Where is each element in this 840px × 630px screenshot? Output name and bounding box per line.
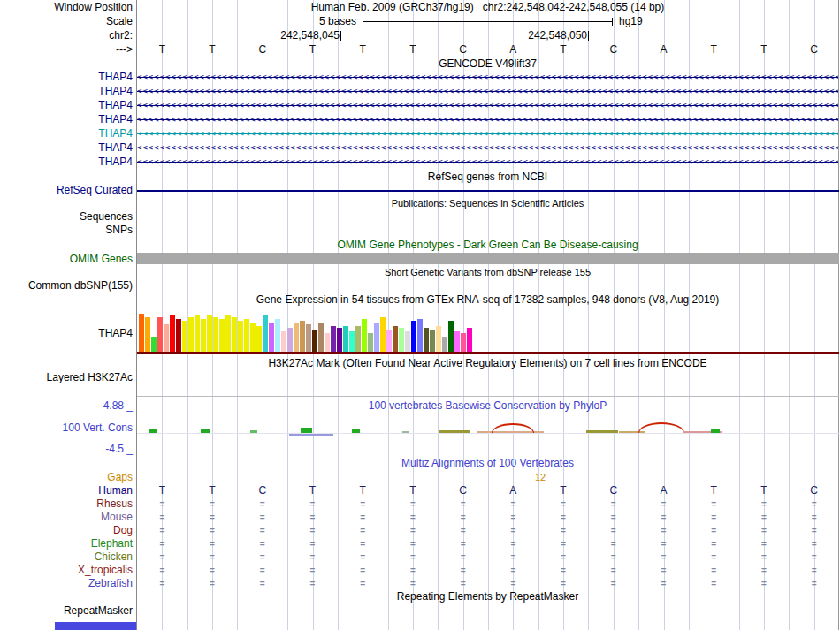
gtex-tissue-bar	[448, 321, 454, 353]
sequences-label: Sequences	[0, 210, 133, 223]
alignment-mark: =	[338, 511, 388, 524]
gene-label: THAP4	[0, 127, 133, 140]
gtex-tissue-bar	[380, 317, 386, 353]
alignment-mark: =	[538, 524, 589, 537]
scale-ruler	[363, 21, 613, 22]
gtex-tissue-bar	[250, 323, 256, 353]
conservation-track-label: 100 Vert. Cons	[0, 421, 133, 434]
snps-label: SNPs	[0, 224, 133, 236]
repeatmasker-title[interactable]: Repeating Elements by RepeatMasker	[137, 590, 838, 603]
gene-transcript-row[interactable]: <<<<<<<<<<<<<<<<<<<<<<<<<<<<<<<<<<<<<<<<…	[137, 70, 839, 84]
alignment-mark: =	[689, 550, 739, 564]
alignment-mark: =	[388, 497, 439, 511]
multiz-title[interactable]: Multiz Alignments of 100 Vertebrates	[137, 457, 838, 469]
gtex-bar-chart[interactable]	[139, 311, 473, 353]
species-label: X_tropicalis	[0, 564, 133, 576]
base-letter: T	[187, 43, 238, 57]
gtex-tissue-bar	[151, 337, 157, 353]
gencode-title[interactable]: GENCODE V49lift37	[137, 57, 838, 70]
alignment-mark: =	[638, 524, 689, 537]
conservation-title[interactable]: 100 vertebrates Basewise Conservation by…	[137, 399, 838, 412]
base-letter: T	[338, 43, 388, 57]
refseq-curated-track-line[interactable]	[137, 190, 839, 192]
alignment-mark: =	[438, 577, 488, 590]
refseq-title[interactable]: RefSeq genes from NCBI	[137, 171, 838, 183]
scale-ruler-right-tick	[612, 18, 613, 26]
alignment-mark: =	[488, 511, 538, 524]
h3k27ac-title[interactable]: H3K27Ac Mark (Often Found Near Active Re…	[137, 357, 838, 369]
gtex-tissue-bar	[442, 337, 447, 353]
alignment-mark: =	[739, 497, 790, 511]
alignment-mark: =	[638, 564, 689, 577]
gene-transcript-row[interactable]: <<<<<<<<<<<<<<<<<<<<<<<<<<<<<<<<<<<<<<<<…	[137, 126, 839, 140]
human-base-letter: A	[488, 484, 538, 497]
alignment-mark: =	[739, 511, 790, 524]
alignment-mark: =	[438, 550, 488, 564]
alignment-mark: =	[338, 524, 388, 537]
gtex-tissue-bar	[343, 326, 348, 353]
chrom-label: chr2:	[0, 29, 133, 42]
alignment-mark: =	[488, 564, 538, 577]
alignment-mark: =	[588, 564, 638, 577]
alignment-mark: =	[789, 524, 839, 537]
gtex-tissue-bar	[281, 331, 286, 353]
alignment-mark: =	[588, 577, 638, 590]
alignment-mark: =	[187, 550, 238, 564]
human-label: Human	[0, 484, 133, 497]
base-letter: C	[438, 43, 488, 57]
alignment-mark: =	[137, 550, 187, 564]
track-drawing-area[interactable]: TTTTCCTTTTTTCCAATTCCAATTTTCC<<<<<<<<<<<<…	[137, 0, 839, 630]
gtex-tissue-bar	[386, 330, 392, 353]
coord-right-tick	[588, 31, 589, 41]
gaps-label: Gaps	[0, 471, 133, 483]
gtex-tissue-bar	[207, 315, 212, 353]
human-base-letter: C	[588, 484, 638, 497]
alignment-mark: =	[338, 537, 388, 550]
gene-label: THAP4	[0, 113, 133, 125]
human-base-letter: C	[789, 484, 839, 497]
publications-title[interactable]: Publications: Sequences in Scientific Ar…	[137, 197, 838, 209]
dbsnp-title[interactable]: Short Genetic Variants from dbSNP releas…	[137, 266, 838, 278]
gene-transcript-row[interactable]: <<<<<<<<<<<<<<<<<<<<<<<<<<<<<<<<<<<<<<<<…	[137, 155, 839, 169]
gtex-title[interactable]: Gene Expression in 54 tissues from GTEx …	[137, 293, 838, 306]
human-base-letter: T	[287, 484, 338, 497]
alignment-mark: =	[287, 577, 338, 590]
gtex-tissue-bar	[275, 319, 280, 353]
omim-genes-bar[interactable]	[137, 253, 839, 264]
gene-label: THAP4	[0, 156, 133, 168]
track-left-border	[136, 0, 137, 630]
gtex-tissue-bar	[170, 315, 175, 353]
gtex-tissue-bar	[436, 326, 441, 353]
gtex-tissue-bar	[318, 323, 324, 353]
h3k27ac-baseline[interactable]	[137, 396, 839, 397]
assembly-label: hg19	[619, 15, 643, 27]
bottom-blue-bar[interactable]	[55, 622, 136, 630]
alignment-mark: =	[789, 511, 839, 524]
gtex-tissue-bar	[213, 317, 218, 353]
human-base-letter: T	[137, 484, 187, 497]
gene-transcript-row[interactable]: <<<<<<<<<<<<<<<<<<<<<<<<<<<<<<<<<<<<<<<<…	[137, 140, 839, 155]
gene-transcript-row[interactable]: <<<<<<<<<<<<<<<<<<<<<<<<<<<<<<<<<<<<<<<<…	[137, 112, 839, 126]
scale-row-label: Scale	[0, 15, 133, 27]
omim-title[interactable]: OMIM Gene Phenotypes - Dark Green Can Be…	[137, 239, 838, 251]
scale-ruler-left-tick	[363, 18, 363, 26]
alignment-mark: =	[739, 577, 790, 590]
gene-transcript-row[interactable]: <<<<<<<<<<<<<<<<<<<<<<<<<<<<<<<<<<<<<<<<…	[137, 98, 839, 112]
position-title: Human Feb. 2009 (GRCh37/hg19) chr2:242,5…	[137, 1, 838, 13]
base-letter: T	[538, 43, 589, 57]
conservation-min-label: -4.5 _	[0, 443, 133, 455]
alignment-mark: =	[739, 564, 790, 577]
alignment-mark: =	[488, 524, 538, 537]
gtex-baseline[interactable]	[137, 352, 839, 354]
gtex-tissue-bar	[256, 326, 262, 353]
gene-label: THAP4	[0, 99, 133, 111]
gtex-tissue-bar	[201, 319, 206, 353]
alignment-mark: =	[137, 524, 187, 537]
alignment-mark: =	[789, 564, 839, 577]
gtex-tissue-bar	[393, 326, 398, 353]
gtex-tissue-bar	[349, 331, 355, 353]
base-letter: C	[588, 43, 638, 57]
gene-transcript-row[interactable]: <<<<<<<<<<<<<<<<<<<<<<<<<<<<<<<<<<<<<<<<…	[137, 84, 839, 98]
gtex-tissue-bar	[164, 324, 169, 353]
alignment-mark: =	[438, 524, 488, 537]
